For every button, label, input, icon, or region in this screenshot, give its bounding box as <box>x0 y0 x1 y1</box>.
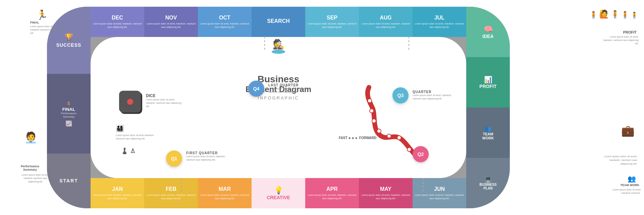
aug-text: Lorem ipsum dolor sit amet, haedesh, nac… <box>360 22 411 29</box>
people-group-icon: 👨‍👩‍👧‍👦 <box>116 124 124 132</box>
perf-summary-label: PerformanceSummary <box>21 165 39 171</box>
sep-label: SEP <box>327 15 337 21</box>
linechart-icon: 📈 <box>65 120 72 127</box>
pedestal <box>272 50 285 54</box>
snake-dot-3 <box>397 136 401 140</box>
teamwork-outside-label: TEAM WORK <box>621 183 640 187</box>
may-label: MAY <box>380 186 391 192</box>
dice-dot <box>127 99 133 105</box>
snake-dot-4 <box>387 134 391 138</box>
profit-outside-label: PROFIT <box>623 30 637 34</box>
snake-dot-5 <box>377 129 381 133</box>
month-sep: SEP Lorem ipsum dolor sit amet, haedesh,… <box>305 7 359 37</box>
q2-bubble: Q2 <box>413 146 429 162</box>
month-apr: APR Lorem ipsum dolor sit amet, haedesh,… <box>305 178 359 208</box>
dice-info: DICE Lorem ipsum dolor sit amet, haedesh… <box>146 93 183 108</box>
person-binoculars-icon: 🕵️ <box>273 39 284 49</box>
jan-text: Lorem ipsum dolor sit amet, haedesh, nac… <box>92 194 143 200</box>
jan-label: JAN <box>112 186 123 192</box>
arc-section-bizplan: 🖥️ BUSINESSPLAN <box>466 158 510 208</box>
figure-pink: 🧍 <box>631 11 638 19</box>
arc-section-final: $ FINAL PerformanceSummary 📈 <box>47 74 91 154</box>
sep-text: Lorem ipsum dolor sit amet, haedesh, nac… <box>307 22 358 29</box>
idea-label: IDEA <box>482 34 493 39</box>
month-aug: AUG Lorem ipsum dolor sit amet, haedesh,… <box>359 7 413 37</box>
q4-text: Lorem ipsum dolor sit amet, haedesh, nac… <box>268 87 309 94</box>
chart-icon: 📊 <box>484 76 492 84</box>
creative-label: CREATIVE <box>267 195 290 200</box>
right-arc: 🧠 IDEA 📊 PROFIT 👥 TEAMWORK 🖥️ BUSINESSPL… <box>466 7 510 208</box>
month-oct: OCT Lorem ipsum dolor sit amet, haedesh,… <box>198 7 252 37</box>
people-icon: 👥 <box>485 126 491 132</box>
arc-section-teamwork: 👥 TEAMWORK <box>466 108 510 158</box>
final-outside-label: FINAL <box>30 21 39 24</box>
bulb-icon: 💡 <box>274 186 283 195</box>
oct-text: Lorem ipsum dolor sit amet, haedesh, nac… <box>199 22 250 29</box>
arc-section-start: START <box>47 154 91 208</box>
q4-label: Q4 <box>253 86 260 91</box>
may-text: Lorem ipsum dolor sit amet, haedesh, nac… <box>360 194 411 200</box>
dice-icon <box>119 91 141 113</box>
success-label: SUCCESS <box>56 42 82 48</box>
figure-blue: 🧍 <box>610 10 620 19</box>
feb-text: Lorem ipsum dolor sit amet, haedesh, nac… <box>146 194 197 200</box>
profit-figures-group: 🧍 🙋 🧍 🧍 🧍 <box>589 9 638 19</box>
teamwork-outside-text: Lorem ipsum dolor sit amet, haedesh, nac… <box>600 155 637 166</box>
nov-text: Lorem ipsum dolor sit amet, haedesh, nac… <box>146 22 197 29</box>
jul-label: JUL <box>434 15 444 21</box>
profit-label: PROFIT <box>479 84 496 89</box>
dollar-icon: $ <box>67 101 70 106</box>
figure-red-winner: 🙋 <box>599 9 609 19</box>
center-line3: INFOGRAPHIC <box>215 95 342 100</box>
bizplan-label: BUSINESSPLAN <box>479 183 496 190</box>
performance-person-figure: 🧑‍💼 <box>24 131 38 144</box>
monitor-icon: 🖥️ <box>485 176 491 183</box>
figure-orange: 🧍 <box>589 11 598 19</box>
month-feb: FEB Lorem ipsum dolor sit amet, haedesh,… <box>144 178 198 208</box>
jun-text: Lorem ipsum dolor sit amet, haedesh, nac… <box>414 194 465 200</box>
dotted-line-q1 <box>181 178 182 191</box>
top-months-row: DEC Lorem ipsum dolor sit amet, haedesh,… <box>91 7 466 37</box>
arc-section-idea: 🧠 IDEA <box>466 7 510 57</box>
brain-icon: 🧠 <box>484 25 493 34</box>
search-label: SEARCH <box>267 18 290 24</box>
q2-label: Q2 <box>418 152 424 157</box>
nov-label: NOV <box>165 15 177 21</box>
left-arc: 🏆 SUCCESS $ FINAL PerformanceSummary 📈 S… <box>47 7 91 208</box>
snake-dot-6 <box>372 119 376 123</box>
q3-bubble: Q3 <box>392 87 409 103</box>
q1-text: Lorem ipsum dolor sit amet, haedesh, nac… <box>186 155 230 162</box>
aug-label: AUG <box>380 15 392 21</box>
teamwork-person-figure: 💼 <box>621 124 635 137</box>
apr-label: APR <box>326 186 338 192</box>
dice-text: Lorem ipsum dolor sit amet, haedesh, nac… <box>146 98 183 108</box>
q1-label: Q1 <box>171 156 177 161</box>
jul-text: Lorem ipsum dolor sit amet, haedesh, nac… <box>414 22 465 29</box>
q3-text: Lorem ipsum dolor sit amet, haedesh, nac… <box>413 94 453 100</box>
q3-label: Q3 <box>397 93 404 98</box>
perf-summary-text: Lorem ipsum dolor sit amet haedesh nachi… <box>19 173 52 183</box>
search-person: 🕵️ <box>272 39 285 54</box>
month-search: SEARCH 🕵️ <box>252 7 305 37</box>
apr-text: Lorem ipsum dolor sit amet, haedesh, nac… <box>307 194 358 200</box>
q4-name: LAST QUARTER <box>268 83 309 87</box>
snake-dot-8 <box>368 99 372 103</box>
arc-section-profit: 📊 PROFIT <box>466 57 510 108</box>
chess-piece-2: ♙ <box>130 147 136 155</box>
q1-name: FIRST QUARTER <box>186 151 230 155</box>
snake-dot-7 <box>370 109 374 113</box>
oct-label: OCT <box>219 15 230 21</box>
dice-container <box>119 91 141 113</box>
jun-label: JUN <box>434 186 445 192</box>
dotted-line-q2 <box>423 178 423 191</box>
people-text: Lorem ipsum dolor sit amet haedesh nachi… <box>116 134 156 140</box>
board: 🏆 SUCCESS $ FINAL PerformanceSummary 📈 S… <box>47 7 510 208</box>
dice-name: DICE <box>146 93 183 98</box>
month-nov: NOV Lorem ipsum dolor sit amet, haedesh,… <box>144 7 198 37</box>
q3-name: QUARTER <box>413 90 453 94</box>
figure-green: 🧍 <box>621 11 629 19</box>
q1-info: FIRST QUARTER Lorem ipsum dolor sit amet… <box>186 151 230 162</box>
q1-bubble: Q1 <box>166 150 182 167</box>
dotted-line-q4 <box>264 36 265 50</box>
profit-outside-text: Lorem ipsum dolor sit amet, haedesh, nac… <box>602 35 639 45</box>
